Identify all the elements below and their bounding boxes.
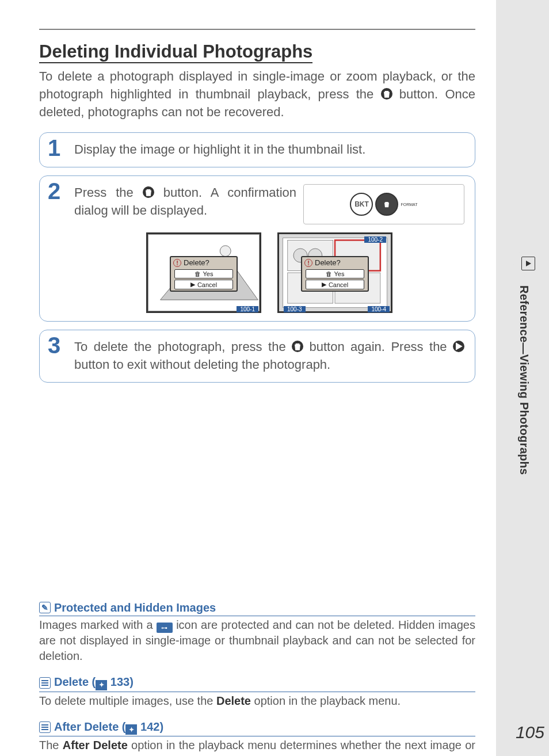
camera-illustration: BKT FORMAT (303, 184, 464, 224)
note-delete-heading: Delete (✦ 133) (39, 675, 475, 692)
n2-title-before: Delete ( (54, 675, 96, 688)
n2-t1: To delete multiple images, use the (39, 694, 216, 707)
frame-number: 100-4 (368, 306, 390, 312)
step-1-text: Display the image or highlight it in the… (74, 141, 464, 159)
trash-icon (292, 341, 303, 352)
step-2-text: Press the button. A confirmation dialog … (74, 184, 296, 220)
pencil-icon: ✎ (39, 602, 51, 613)
n3-title-before: After Delete ( (54, 720, 125, 733)
dialog-yes: 🗑Yes (174, 269, 233, 278)
n3-t1: The (39, 739, 63, 751)
step-3-text: To delete the photograph, press the butt… (74, 338, 464, 374)
page-ref-icon: ✦ (125, 724, 137, 735)
yes-label: Yes (203, 270, 214, 277)
note-after-delete-heading: After Delete (✦ 142) (39, 720, 475, 737)
lcd-single-image: !Delete? 🗑Yes ▶Cancel 100-1 (146, 232, 261, 313)
trash-small-icon: 🗑 (195, 270, 201, 277)
page-heading: Deleting Individual Photographs (39, 41, 312, 63)
page-ref-icon: ✦ (96, 680, 107, 690)
step-3-number: 3 (48, 334, 60, 357)
dialog-yes: 🗑Yes (306, 269, 364, 278)
key-lock-icon: ⊶ (157, 623, 173, 633)
bkt-button-icon: BKT (350, 193, 373, 216)
s3-p3: button to exit without deleting the phot… (74, 357, 330, 372)
s3-p2: button again. Press the (309, 339, 453, 354)
delete-dialog: !Delete? 🗑Yes ▶Cancel (301, 256, 369, 292)
playback-tab-icon (521, 257, 535, 270)
svg-marker-12 (526, 261, 531, 266)
cancel-label: Cancel (197, 281, 217, 288)
n3-bold: After Delete (63, 739, 128, 751)
n2-t2: option in the playback menu. (254, 694, 401, 707)
warning-icon: ! (304, 259, 312, 267)
frame-number: 100-1 (237, 306, 258, 312)
yes-label: Yes (334, 270, 345, 277)
delete-dialog: !Delete? 🗑Yes ▶Cancel (170, 256, 238, 292)
format-label: FORMAT (401, 203, 417, 207)
top-rule (39, 29, 475, 30)
trash-button-icon (375, 193, 398, 216)
page-number: 105 (516, 723, 544, 742)
n2-title-ref: 133) (107, 675, 134, 688)
dialog-cancel: ▶Cancel (306, 280, 364, 289)
play-small-icon: ▶ (322, 281, 326, 288)
step-3: 3 To delete the photograph, press the bu… (39, 330, 475, 383)
trash-icon (381, 88, 392, 100)
note3-body: The After Delete option in the playback … (39, 738, 475, 756)
page-content: Deleting Individual Photographs To delet… (0, 0, 496, 756)
dialog-title: Delete? (184, 258, 209, 267)
bkt-label: BKT (354, 200, 369, 208)
n3-title-ref: 142) (137, 720, 163, 733)
menu-list-icon (39, 677, 51, 689)
trash-small-icon: 🗑 (326, 270, 332, 277)
svg-point-3 (220, 246, 231, 257)
menu-list-icon (39, 721, 51, 733)
note2-body: To delete multiple images, use the Delet… (39, 693, 475, 709)
dialog-cancel: ▶Cancel (174, 280, 233, 289)
section-label: Reference—Viewing Photographs (517, 285, 531, 475)
step-2: 2 Press the button. A confirmation dialo… (39, 175, 475, 322)
lcd-thumbnail: !Delete? 🗑Yes ▶Cancel 100-2 100-3 100-4 (277, 232, 392, 313)
n2-bold: Delete (216, 694, 251, 707)
cancel-label: Cancel (329, 281, 348, 288)
sidebar: Reference—Viewing Photographs 105 (496, 0, 549, 756)
play-small-icon: ▶ (190, 281, 195, 288)
note1-title: Protected and Hidden Images (54, 601, 216, 614)
n1-t1: Images marked with a (39, 618, 157, 631)
intro-paragraph: To delete a photograph displayed in sing… (39, 68, 475, 121)
playback-icon (453, 341, 464, 352)
warning-icon: ! (173, 259, 181, 267)
note-protected-heading: ✎ Protected and Hidden Images (39, 601, 475, 616)
dialog-title: Delete? (315, 258, 341, 267)
note1-body: Images marked with a ⊶ icon are protecte… (39, 617, 475, 664)
trash-icon (143, 186, 154, 198)
step-1: 1 Display the image or highlight it in t… (39, 132, 475, 167)
s3-p1: To delete the photograph, press the (74, 339, 292, 354)
step-2-before: Press the (74, 185, 143, 200)
step-2-number: 2 (48, 180, 60, 203)
svg-marker-11 (456, 343, 463, 350)
frame-number: 100-2 (364, 236, 386, 243)
frame-number: 100-3 (284, 306, 306, 312)
notes-section: ✎ Protected and Hidden Images Images mar… (39, 601, 475, 756)
step-1-number: 1 (48, 136, 60, 159)
